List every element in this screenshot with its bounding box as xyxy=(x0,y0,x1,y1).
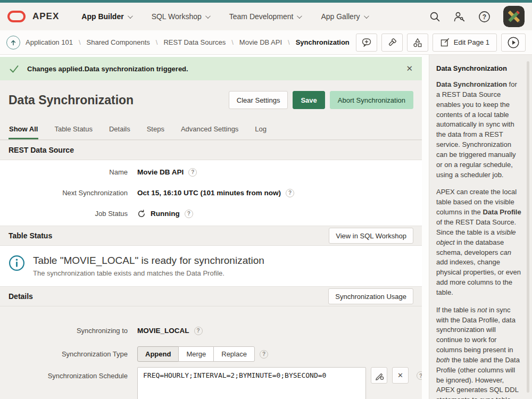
synchronization-type-group: Append Merge Replace xyxy=(137,346,255,362)
header-actions: ? xyxy=(429,6,525,27)
run-page-button[interactable] xyxy=(501,34,526,52)
help-icon[interactable]: ? xyxy=(478,11,491,23)
breadcrumb-item-shared-components[interactable]: Shared Components xyxy=(87,38,150,46)
help-title: Data Synchronization xyxy=(436,64,522,72)
help-icon[interactable]: ? xyxy=(260,350,268,359)
region-tabs: Show All Table Status Details Steps Adva… xyxy=(0,120,422,140)
menu-sql-workshop[interactable]: SQL Workshop xyxy=(152,12,209,21)
tab-steps[interactable]: Steps xyxy=(146,120,165,139)
shapes-icon xyxy=(412,37,423,48)
flashlight-icon xyxy=(387,37,397,48)
admin-services-icon[interactable] xyxy=(453,11,466,22)
field-label: Synchronization Schedule xyxy=(0,367,128,380)
spotlight-search-button[interactable] xyxy=(381,34,403,52)
chevron-down-icon xyxy=(364,13,369,19)
field-synchronizing-to: Synchronizing to MOVIE_LOCAL ? xyxy=(0,320,422,341)
clear-schedule-button[interactable]: ✕ xyxy=(392,367,409,384)
page-buttons: Clear Settings Save Abort Synchronizatio… xyxy=(229,91,413,109)
field-job-status: Job Status Running ? xyxy=(0,203,422,224)
table-status-info: Table "MOVIE_LOCAL" is ready for synchro… xyxy=(0,246,422,286)
abort-synchronization-button[interactable]: Abort Synchronization xyxy=(330,91,413,109)
field-label: Synchronizing to xyxy=(0,327,128,335)
help-paragraph: Data Synchronization for a REST Data Sou… xyxy=(436,80,522,180)
scroll-gutter[interactable] xyxy=(422,55,429,399)
help-icon[interactable]: ? xyxy=(194,327,203,335)
page-toolbar: Edit Page 1 xyxy=(356,34,526,52)
section-details-header: Details Synchronization Usage xyxy=(0,286,422,306)
help-icon[interactable]: ? xyxy=(185,210,193,218)
chevron-down-icon xyxy=(297,13,302,19)
breadcrumb-item-application[interactable]: Application 101 xyxy=(26,38,73,46)
help-icon[interactable]: ? xyxy=(417,371,422,380)
section-title: REST Data Source xyxy=(9,146,74,154)
section-title: Table Status xyxy=(9,231,52,240)
svg-text:?: ? xyxy=(483,13,486,20)
type-option-append[interactable]: Append xyxy=(137,346,179,362)
tab-show-all[interactable]: Show All xyxy=(9,120,38,139)
app-builder-app-icon[interactable] xyxy=(503,6,525,27)
menu-app-gallery[interactable]: App Gallery xyxy=(321,12,367,21)
synchronization-usage-button[interactable]: Synchronization Usage xyxy=(328,288,413,304)
edit-pencil-icon xyxy=(440,38,450,47)
rest-data-source-fields: Name Movie DB API ? Next Synchronization… xyxy=(0,160,422,226)
breadcrumb-bar: Application 101 \ Shared Components \ RE… xyxy=(0,30,532,55)
brand: APEX xyxy=(7,11,59,22)
breadcrumb-item-movie-db-api[interactable]: Movie DB API xyxy=(239,38,282,46)
menu-app-builder[interactable]: App Builder xyxy=(81,12,131,21)
field-label: Next Synchronization xyxy=(0,189,128,197)
close-icon[interactable]: ✕ xyxy=(406,64,413,73)
field-next-synchronization: Next Synchronization Oct 15, 16:10 UTC (… xyxy=(0,182,422,203)
tab-log[interactable]: Log xyxy=(254,120,267,139)
breadcrumb: Application 101 \ Shared Components \ RE… xyxy=(26,38,350,46)
help-paragraph: APEX can create the local table based on… xyxy=(436,187,522,297)
search-icon[interactable] xyxy=(429,11,440,22)
type-option-replace[interactable]: Replace xyxy=(213,346,255,362)
success-message: Changes applied.Data synchronization tri… xyxy=(27,65,188,73)
field-label: Synchronization Type xyxy=(0,350,128,358)
page-header: Data Synchronization Clear Settings Save… xyxy=(0,80,422,120)
table-ready-subtext: The synchronization table exists and mat… xyxy=(33,269,264,277)
top-nav-bar: APEX App Builder SQL Workshop Team Devel… xyxy=(0,3,532,30)
main-column: Changes applied.Data synchronization tri… xyxy=(0,55,422,399)
details-fields: Synchronizing to MOVIE_LOCAL ? Synchroni… xyxy=(0,306,422,399)
breadcrumb-item-rest-data-sources[interactable]: REST Data Sources xyxy=(163,38,226,46)
tab-table-status[interactable]: Table Status xyxy=(54,120,93,139)
section-rest-data-source-header: REST Data Source xyxy=(0,140,422,160)
success-banner: Changes applied.Data synchronization tri… xyxy=(0,57,422,80)
save-button[interactable]: Save xyxy=(293,91,325,109)
edit-page-button[interactable]: Edit Page 1 xyxy=(433,34,497,52)
refresh-icon xyxy=(137,210,146,218)
schedule-builder-button[interactable] xyxy=(371,367,387,384)
help-icon[interactable]: ? xyxy=(286,189,294,197)
view-in-sql-workshop-button[interactable]: View in SQL Workshop xyxy=(329,228,413,244)
help-panel: Data Synchronization Data Synchronizatio… xyxy=(429,55,532,399)
up-one-level-button[interactable] xyxy=(6,36,20,49)
pencil-gear-icon xyxy=(375,371,384,380)
apex-window: APEX App Builder SQL Workshop Team Devel… xyxy=(0,0,532,399)
field-label: Name xyxy=(0,168,128,176)
edit-page-label: Edit Page 1 xyxy=(454,38,489,46)
tab-advanced-settings[interactable]: Advanced Settings xyxy=(180,120,239,139)
rest-source-name-value: Movie DB API xyxy=(137,168,184,176)
menu-label: App Gallery xyxy=(321,12,360,21)
chevron-down-icon xyxy=(128,13,133,19)
shared-components-button[interactable] xyxy=(407,34,428,52)
oracle-logo[interactable] xyxy=(7,11,26,22)
help-icon[interactable]: ? xyxy=(188,168,197,177)
menu-label: App Builder xyxy=(81,12,123,21)
tab-details[interactable]: Details xyxy=(109,120,131,139)
job-status-value: Running xyxy=(151,210,180,218)
menu-team-development[interactable]: Team Development xyxy=(229,12,301,21)
synchronization-schedule-input[interactable]: FREQ=HOURLY;INTERVAL=2;BYMINUTE=0;BYSECO… xyxy=(137,367,366,399)
table-ready-message: Table "MOVIE_LOCAL" is ready for synchro… xyxy=(33,255,264,267)
info-icon xyxy=(9,255,25,271)
chevron-down-icon xyxy=(205,13,211,19)
menu-label: SQL Workshop xyxy=(152,12,202,21)
clear-settings-button[interactable]: Clear Settings xyxy=(229,91,288,109)
type-option-merge[interactable]: Merge xyxy=(178,346,214,362)
feedback-button[interactable] xyxy=(356,34,377,52)
field-name: Name Movie DB API ? xyxy=(0,162,422,182)
breadcrumb-item-synchronization: Synchronization xyxy=(296,38,350,46)
help-scrollbar[interactable] xyxy=(527,61,529,393)
main-menus: App Builder SQL Workshop Team Developmen… xyxy=(81,12,367,21)
